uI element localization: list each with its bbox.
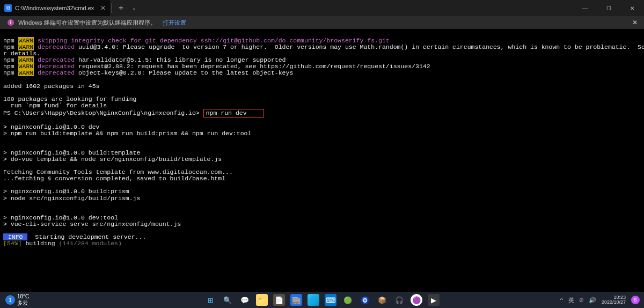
tab-dropdown-button[interactable]: ⌄: [129, 5, 140, 11]
warn-text-cont: r details.: [3, 50, 40, 57]
window-close-button[interactable]: ✕: [620, 0, 644, 16]
warn-text: request@2.88.2: request has been depreca…: [75, 63, 430, 70]
wechat-icon[interactable]: 🟢: [342, 294, 354, 306]
deprecated-label: deprecated: [34, 69, 75, 76]
warn-badge: WARN: [18, 63, 34, 70]
network-icon[interactable]: ⎚: [580, 297, 583, 303]
progress-label: building: [22, 240, 59, 247]
notification-close-button[interactable]: ✕: [632, 19, 638, 26]
deprecated-label: deprecated: [34, 43, 75, 50]
warn-badge: WARN: [18, 43, 34, 50]
progress-detail: (141/284 modules): [59, 240, 122, 247]
script-echo: > nginxconfig.io@1.0.0 dev:tool: [3, 214, 118, 221]
window-titlebar: ⧉ C:\Windows\system32\cmd.ex ✕ + ⌄ — ☐ ✕: [0, 0, 644, 16]
vscode-icon[interactable]: ⌨: [325, 294, 336, 306]
npm-label: npm: [3, 37, 18, 44]
npm-label: npm: [3, 56, 18, 63]
default-terminal-notification: i Windows 终端可在设置中设置为默认终端应用程序。 打开设置 ✕: [0, 16, 644, 29]
deprecated-label: deprecated: [34, 56, 75, 63]
progress-percent: [54%]: [3, 240, 22, 247]
info-badge: INFO: [3, 233, 27, 240]
tab-title: C:\Windows\system32\cmd.ex: [15, 5, 94, 11]
store-icon[interactable]: 🏬: [290, 294, 302, 306]
window-minimize-button[interactable]: —: [573, 0, 597, 16]
clock-date: 2022/10/27: [602, 300, 626, 305]
taskbar-apps: ⊞ 🔍 💬 📁 📄 🏬 🌐 ⌨ 🟢 🧿 📦 🎧 🟣 ▶: [204, 294, 440, 306]
script-echo: > nginxconfig.io@1.0.0 dev: [3, 123, 99, 130]
windows-taskbar: 1 18°C 多云 ⊞ 🔍 💬 📁 📄 🏬 🌐 ⌨ 🟢 🧿 📦 🎧 🟣 ▶ ^ …: [0, 292, 644, 308]
powershell-icon: ⧉: [4, 4, 12, 12]
start-button[interactable]: ⊞: [204, 294, 216, 306]
highlighted-command: npm run dev: [203, 109, 265, 118]
task-view-button[interactable]: 💬: [239, 294, 251, 306]
npm-label: npm: [3, 63, 18, 70]
notification-text: Windows 终端可在设置中设置为默认终端应用程序。: [18, 19, 156, 27]
warn-text: object-keys@0.2.0: Please update to the …: [75, 69, 293, 76]
npm-label: npm: [3, 43, 18, 50]
music-icon[interactable]: 🎧: [393, 294, 405, 306]
chrome-icon[interactable]: 🟣: [411, 294, 422, 306]
install-summary: added 1602 packages in 45s: [3, 83, 99, 90]
app-icon[interactable]: 🧿: [359, 294, 371, 306]
script-echo: > npm run build:template && npm run buil…: [3, 130, 251, 137]
tab-separator: [111, 3, 112, 13]
info-text: Starting development server...: [27, 233, 146, 240]
open-settings-link[interactable]: 打开设置: [163, 19, 186, 27]
warn-text: uuid@3.4.0: Please upgrade to version 7 …: [75, 43, 644, 50]
volume-icon[interactable]: 🔊: [589, 297, 596, 304]
weather-temp: 18°C: [17, 294, 29, 299]
fetch-line: Fetching Community Tools template from w…: [3, 168, 233, 175]
prompt-path: PS C:\Users\Happy\Desktop\NginxConfig\ng…: [3, 109, 203, 116]
script-echo: > node src/nginxconfig/build/prism.js: [3, 195, 140, 202]
search-button[interactable]: 🔍: [222, 294, 233, 306]
info-icon: i: [8, 19, 14, 26]
script-echo: > nginxconfig.io@1.0.0 build:prism: [3, 188, 129, 195]
tray-overflow-button[interactable]: ^: [560, 297, 563, 303]
warn-badge: WARN: [18, 69, 34, 76]
tab-close-icon[interactable]: ✕: [100, 4, 106, 12]
notification-badge[interactable]: 5: [631, 296, 640, 304]
explorer-icon[interactable]: 📁: [256, 294, 268, 306]
terminal-icon[interactable]: ▶: [428, 294, 440, 306]
funding-line: 180 packages are looking for funding: [3, 96, 136, 102]
script-echo: > do-vue template && node src/nginxconfi…: [3, 156, 222, 163]
vs-icon[interactable]: 📦: [376, 294, 388, 306]
funding-hint: run `npm fund` for details: [3, 102, 107, 109]
deprecated-label: deprecated: [34, 63, 75, 70]
terminal-output[interactable]: npm WARN skipping integrity check for gi…: [0, 29, 644, 249]
warn-badge: WARN: [18, 37, 34, 44]
ime-indicator[interactable]: 英: [568, 296, 574, 304]
clock[interactable]: 10:23 2022/10/27: [602, 295, 626, 305]
warn-text: har-validator@5.1.5: this library is no …: [75, 56, 286, 63]
terminal-tab[interactable]: ⧉ C:\Windows\system32\cmd.ex ✕: [0, 0, 110, 16]
taskbar-weather[interactable]: 1 18°C 多云: [5, 294, 29, 307]
app-icon[interactable]: 📄: [273, 294, 285, 306]
weather-cond: 多云: [17, 299, 29, 307]
new-tab-button[interactable]: +: [113, 3, 129, 13]
fetch-line: ...fetching & conversion completed, save…: [3, 175, 225, 182]
window-maximize-button[interactable]: ☐: [597, 0, 620, 16]
warn-text: skipping integrity check for git depende…: [34, 37, 390, 44]
warn-badge: WARN: [18, 56, 34, 63]
weather-icon: 1: [5, 295, 15, 305]
script-echo: > vue-cli-service serve src/nginxconfig/…: [3, 221, 181, 228]
npm-label: npm: [3, 69, 18, 76]
script-echo: > nginxconfig.io@1.0.0 build:template: [3, 149, 140, 156]
edge-icon[interactable]: 🌐: [308, 294, 319, 306]
system-tray: ^ 英 ⎚ 🔊 10:23 2022/10/27 5: [560, 295, 640, 305]
